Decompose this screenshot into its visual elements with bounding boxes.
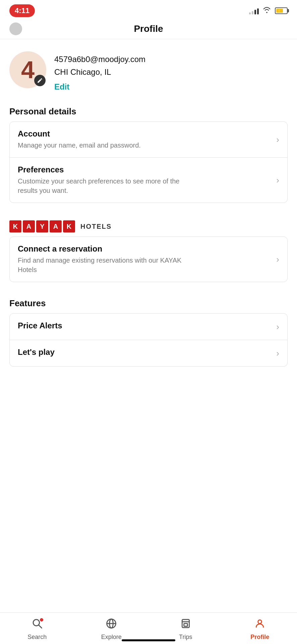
battery-icon: ⚡ [275,7,288,14]
pencil-icon [37,77,43,84]
connect-reservation-title: Connect a reservation [18,244,199,254]
lets-play-row[interactable]: Let's play › [10,340,287,366]
kayak-logo: K A Y A K [9,220,75,232]
wifi-icon [262,6,272,15]
back-button[interactable] [9,22,22,35]
home-indicator [122,639,175,641]
tab-search[interactable]: Search [0,618,74,641]
kayak-k2: K [63,220,75,232]
kayak-y: Y [36,220,48,232]
avatar-edit-button[interactable] [34,75,46,86]
status-icons: ⚡ [249,6,288,15]
profile-email: 4579a6b0@moodjoy.com [54,55,145,64]
price-alerts-row[interactable]: Price Alerts › [10,314,287,340]
connect-reservation-desc: Find and manage existing reservations wi… [18,256,199,274]
profile-info: 4579a6b0@moodjoy.com CHI Chicago, IL Edi… [54,51,145,92]
features-title: Features [0,290,297,313]
tab-profile[interactable]: Profile [223,618,297,641]
kayak-a2: A [50,220,62,232]
personal-details-title: Personal details [0,98,297,121]
svg-line-1 [39,625,42,628]
preferences-title: Preferences [18,165,199,174]
explore-icon [106,618,117,632]
trips-tab-label: Trips [179,634,192,641]
kayak-hotels-header: K A Y A K HOTELS [0,211,297,236]
profile-tab-label: Profile [250,634,269,641]
edit-profile-link[interactable]: Edit [54,82,145,92]
profile-location: CHI Chicago, IL [54,67,145,77]
trips-icon [180,618,191,632]
profile-icon [254,618,265,632]
avatar-container: 4 [9,51,46,88]
features-card: Price Alerts › Let's play › [9,313,288,367]
tab-trips[interactable]: Trips [148,618,223,641]
lets-play-chevron: › [276,348,279,359]
search-notification-dot [39,618,44,622]
time-display: 4:11 [9,4,35,17]
account-chevron: › [276,135,279,145]
search-tab-label: Search [27,634,47,641]
kayak-k1: K [9,220,21,232]
account-row[interactable]: Account Manage your name, email and pass… [10,122,287,157]
profile-section: 4 4579a6b0@moodjoy.com CHI Chicago, IL E… [0,39,297,98]
explore-tab-label: Explore [101,634,122,641]
hotels-label: HOTELS [80,223,112,230]
connect-reservation-chevron: › [276,254,279,265]
tab-explore[interactable]: Explore [74,618,149,641]
price-alerts-title: Price Alerts [18,321,62,330]
connect-reservation-row[interactable]: Connect a reservation Find and manage ex… [10,237,287,282]
preferences-desc: Customize your search preferences to see… [18,176,199,195]
lets-play-title: Let's play [18,347,55,357]
svg-point-8 [258,620,262,624]
kayak-a1: A [23,220,35,232]
preferences-row[interactable]: Preferences Customize your search prefer… [10,157,287,203]
avatar-number: 4 [21,56,35,84]
status-bar: 4:11 ⚡ [0,0,297,20]
price-alerts-chevron: › [276,322,279,332]
page-header: Profile [0,20,297,39]
account-title: Account [18,129,141,139]
svg-rect-7 [184,624,187,626]
account-desc: Manage your name, email and password. [18,141,141,150]
kayak-hotels-card: Connect a reservation Find and manage ex… [9,236,288,282]
signal-icon [249,7,259,14]
personal-details-card: Account Manage your name, email and pass… [9,121,288,203]
preferences-chevron: › [276,175,279,185]
page-title: Profile [134,23,163,34]
